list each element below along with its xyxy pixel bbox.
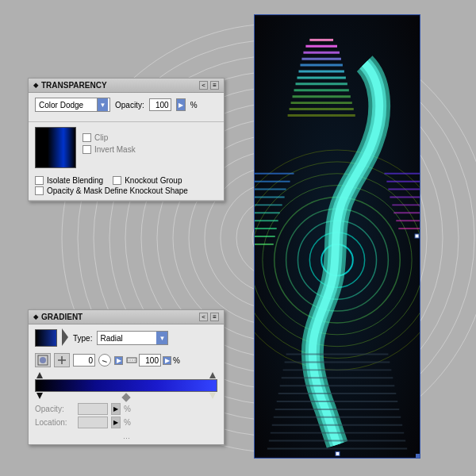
gradient-type-select[interactable]: Radial ▼ <box>97 331 168 345</box>
gradient-bar-container <box>29 369 224 401</box>
transparency-title: ◆ TRANSPARENCY <box>33 81 107 90</box>
svg-marker-69 <box>62 328 68 346</box>
grad-opacity-input[interactable] <box>78 403 108 415</box>
scale-value: 100 <box>145 356 159 365</box>
blend-row: Color Dodge ▼ Opacity: 100 ▶ % <box>35 98 217 112</box>
gradient-title: ◆ GRADIENT <box>33 313 83 321</box>
grad-location-arrow[interactable]: ▶ <box>111 416 121 428</box>
transparency-panel-header[interactable]: ◆ TRANSPARENCY < ≡ <box>29 79 224 93</box>
gradient-type-arrow[interactable]: ▼ <box>156 332 167 344</box>
svg-rect-68 <box>415 234 419 238</box>
invert-mask-checkbox[interactable] <box>83 145 91 154</box>
gradient-swatch[interactable] <box>35 329 57 347</box>
gradient-menu-btn[interactable]: ≡ <box>210 313 219 321</box>
scale-group: 100 ▶ % <box>126 354 180 367</box>
angle-circle[interactable] <box>98 354 111 367</box>
thumbnail-area: Clip Invert Mask <box>29 122 224 173</box>
isolate-blending-label: Isolate Blending <box>47 176 103 185</box>
knockout-group-checkbox[interactable] <box>113 176 121 185</box>
angle-needle <box>102 360 107 363</box>
artwork-panel <box>254 14 420 459</box>
swatch-arrow-btn[interactable] <box>62 328 68 347</box>
gradient-panel: ◆ GRADIENT < ≡ Type: Radial ▼ <box>28 309 225 445</box>
scale-pct: % <box>173 356 180 365</box>
gradient-type-label: Type: <box>73 334 92 343</box>
grad-opacity-pct: % <box>124 405 131 413</box>
invert-mask-row: Invert Mask <box>83 145 136 154</box>
blend-mode-arrow[interactable]: ▼ <box>97 98 108 111</box>
gradient-controls-row: 0 ▶ 100 ▶ % <box>29 351 224 369</box>
transparency-panel: ◆ TRANSPARENCY < ≡ Color Dodge ▼ Opacity… <box>28 78 225 202</box>
angle-arrow-btn[interactable]: ▶ <box>114 356 123 365</box>
grad-location-input[interactable] <box>78 416 108 428</box>
gradient-title-text: GRADIENT <box>41 313 83 321</box>
opacity-mask-label: Opacity & Mask Define Knockout Shape <box>47 186 188 195</box>
gradient-icon-btn1[interactable] <box>35 353 51 367</box>
gradient-controls: < ≡ <box>199 313 219 321</box>
opacity-field[interactable]: 100 <box>149 98 171 111</box>
gradient-icon-btn2[interactable] <box>54 353 70 367</box>
opacity-pct: % <box>190 101 198 109</box>
grad-opacity-label: Opacity: <box>35 405 75 413</box>
mask-options: Clip Invert Mask <box>83 127 136 154</box>
resize-handle[interactable] <box>416 454 420 459</box>
transparency-title-text: TRANSPARENCY <box>41 81 107 90</box>
panel-controls: < ≡ <box>199 81 219 90</box>
scale-icon <box>126 355 137 366</box>
layer-thumbnail[interactable] <box>35 127 76 168</box>
angle-value: 0 <box>88 356 93 365</box>
canvas-background: ◆ TRANSPARENCY < ≡ Color Dodge ▼ Opacity… <box>0 0 476 476</box>
clip-row: Clip <box>83 133 136 142</box>
svg-point-71 <box>40 357 46 363</box>
angle-field[interactable]: 0 <box>73 354 95 367</box>
grad-opacity-arrow[interactable]: ▶ <box>111 403 121 415</box>
gradient-expand-handle[interactable]: ⋯ <box>29 435 224 444</box>
invert-mask-label: Invert Mask <box>94 145 136 154</box>
location-field-row: Location: ▶ % <box>35 416 217 428</box>
opacity-field-row: Opacity: ▶ % <box>35 403 217 415</box>
blend-mode-select[interactable]: Color Dodge ▼ <box>35 98 110 112</box>
gradient-header[interactable]: ◆ GRADIENT < ≡ <box>29 310 224 324</box>
opacity-mask-checkbox[interactable] <box>35 186 44 195</box>
collapse-btn[interactable]: < <box>199 81 208 90</box>
grad-location-pct: % <box>124 418 131 427</box>
grad-stop-right[interactable] <box>209 372 216 378</box>
isolate-blending-checkbox[interactable] <box>35 176 44 185</box>
isolate-blending-row: Isolate Blending Knockout Group <box>35 176 217 185</box>
grad-bar-top-stops <box>35 372 217 378</box>
gradient-type-value: Radial <box>98 334 122 343</box>
grad-bottom-stop-left[interactable] <box>36 393 43 399</box>
knockout-group-label: Knockout Group <box>125 176 182 185</box>
opacity-mask-row: Opacity & Mask Define Knockout Shape <box>35 186 217 195</box>
gradient-bar[interactable] <box>35 379 217 392</box>
blend-mode-value: Color Dodge <box>37 101 83 109</box>
clip-label: Clip <box>94 133 108 142</box>
grad-bottom-stop-right[interactable] <box>209 393 216 399</box>
opacity-label: Opacity: <box>115 101 144 109</box>
gradient-type-row: Type: Radial ▼ <box>29 324 224 351</box>
menu-btn[interactable]: ≡ <box>210 81 219 90</box>
extra-checkboxes: Isolate Blending Knockout Group Opacity … <box>29 173 224 201</box>
scale-field[interactable]: 100 <box>139 354 161 367</box>
blend-section: Color Dodge ▼ Opacity: 100 ▶ % <box>29 93 224 122</box>
clip-checkbox[interactable] <box>83 133 91 142</box>
svg-rect-67 <box>336 451 340 455</box>
opacity-value: 100 <box>155 101 169 109</box>
opacity-arrow-btn[interactable]: ▶ <box>176 98 186 111</box>
gradient-diamond-icon: ◆ <box>33 313 38 321</box>
grad-location-label: Location: <box>35 418 75 427</box>
diamond-icon: ◆ <box>33 82 38 89</box>
scale-arrow-btn[interactable]: ▶ <box>163 356 171 365</box>
gradient-collapse-btn[interactable]: < <box>199 313 208 321</box>
grad-stop-left[interactable] <box>36 372 43 378</box>
artwork-svg <box>255 15 420 458</box>
gradient-fields: Opacity: ▶ % Location: ▶ % <box>29 401 224 435</box>
